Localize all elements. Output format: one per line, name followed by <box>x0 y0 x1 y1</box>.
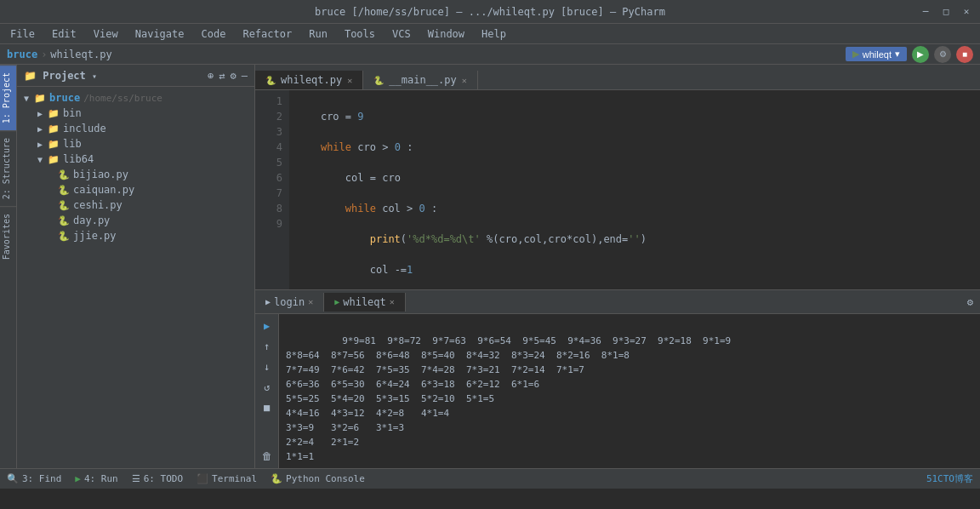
tree-item-include[interactable]: ▶ 📁 include <box>17 121 254 136</box>
minimize-button[interactable]: ─ <box>919 5 932 19</box>
file-icon-caiquan: 🐍 <box>58 185 70 196</box>
tree-item-day[interactable]: 🐍 day.py <box>17 213 254 228</box>
clear-output-button[interactable]: 🗑 <box>259 448 276 465</box>
run-tab-label-login: login <box>274 296 305 308</box>
window-title: bruce [/home/ss/bruce] – .../whileqt.py … <box>315 6 665 18</box>
bottom-todo[interactable]: ☰ 6: TODO <box>132 473 183 484</box>
run-icon-login: ▶ <box>265 297 271 306</box>
run-button[interactable]: ▶ <box>912 46 929 63</box>
window-controls: ─ □ ✕ <box>919 5 973 19</box>
line-num-8: 8 <box>255 201 282 216</box>
run-icon: ▶ <box>75 473 81 484</box>
maximize-button[interactable]: □ <box>939 5 953 19</box>
close-run-tab-whileqt[interactable]: ✕ <box>390 297 395 306</box>
menu-window[interactable]: Window <box>421 26 471 42</box>
tree-root-name: bruce <box>49 92 80 104</box>
code-line-1: cro = 9 <box>296 109 973 124</box>
project-title: 📁 Project ▾ <box>24 70 204 82</box>
tree-item-lib64[interactable]: ▼ 📁 lib64 <box>17 152 254 167</box>
settings-icon[interactable]: ⚙ <box>231 70 236 82</box>
chevron-down-icon: ▾ <box>895 49 900 60</box>
line-num-3: 3 <box>255 124 282 140</box>
editor-tab-whileqt[interactable]: 🐍 whileqt.py ✕ <box>255 71 363 89</box>
run-tab-whileqt[interactable]: ▶ whileqt ✕ <box>324 293 406 312</box>
project-toolbar-icons: ⊕ ⇄ ⚙ — <box>208 70 248 82</box>
tree-label-ceshi: ceshi.py <box>73 199 122 211</box>
stop-button[interactable]: ■ <box>956 46 973 63</box>
tree-item-root[interactable]: ▼ 📁 bruce /home/ss/bruce <box>17 90 254 106</box>
menu-code[interactable]: Code <box>195 26 233 42</box>
tree-item-caiquan[interactable]: 🐍 caiquan.py <box>17 182 254 197</box>
file-icon-ceshi: 🐍 <box>58 200 70 211</box>
menu-refactor[interactable]: Refactor <box>236 26 299 42</box>
menu-file[interactable]: File <box>3 26 42 42</box>
menu-edit[interactable]: Edit <box>45 26 83 42</box>
run-config-dropdown[interactable]: ▶ whileqt ▾ <box>846 47 907 61</box>
tree-label-jjie: jjie.py <box>73 230 117 242</box>
menu-vcs[interactable]: VCS <box>385 26 418 42</box>
bottom-python-console[interactable]: 🐍 Python Console <box>271 473 365 484</box>
code-content[interactable]: cro = 9 while cro > 0 : col = cro while … <box>289 90 980 289</box>
run-tab-login[interactable]: ▶ login ✕ <box>255 293 324 312</box>
tree-label-bin: bin <box>63 107 82 119</box>
bottom-brand-text: 51CTO博客 <box>926 472 973 485</box>
scroll-down-button[interactable]: ↓ <box>259 358 276 375</box>
close-tab-whileqt[interactable]: ✕ <box>347 76 352 85</box>
bottom-find[interactable]: 🔍 3: Find <box>7 473 61 484</box>
menu-tools[interactable]: Tools <box>338 26 382 42</box>
tree-item-ceshi[interactable]: 🐍 ceshi.py <box>17 197 254 213</box>
project-header: 📁 Project ▾ ⊕ ⇄ ⚙ — <box>17 65 254 87</box>
menu-navigate[interactable]: Navigate <box>128 26 191 42</box>
run-toolbar: ▶ ↑ ↓ ↺ ■ 🗑 <box>255 314 279 468</box>
run-config-icon: ▶ <box>852 49 859 60</box>
close-run-tab-login[interactable]: ✕ <box>308 297 313 306</box>
editor-tab-main[interactable]: 🐍 __main__.py ✕ <box>363 71 478 89</box>
breadcrumb-file[interactable]: whileqt.py <box>50 49 111 60</box>
tree-item-bijiao[interactable]: 🐍 bijiao.py <box>17 167 254 182</box>
sync-icon[interactable]: ⇄ <box>219 70 225 82</box>
bottom-todo-label: 6: TODO <box>144 473 183 484</box>
bottom-terminal-label: Terminal <box>212 473 257 484</box>
close-button[interactable]: ✕ <box>960 5 973 19</box>
folder-icon-include: 📁 <box>48 123 60 134</box>
breadcrumb-bruce[interactable]: bruce <box>7 49 37 60</box>
editor-tab-label-main: __main__.py <box>389 74 456 86</box>
side-tab-structure[interactable]: 2: Structure <box>0 130 16 206</box>
bottom-python-label: Python Console <box>286 473 365 484</box>
menu-view[interactable]: View <box>87 26 125 42</box>
tree-item-bin[interactable]: ▶ 📁 bin <box>17 106 254 121</box>
rerun-button[interactable]: ↺ <box>259 379 276 396</box>
scroll-up-button[interactable]: ↑ <box>259 338 276 355</box>
bottom-terminal[interactable]: ⬛ Terminal <box>197 473 257 484</box>
debug-button[interactable]: ⚙ <box>934 46 951 63</box>
editor-tabs: 🐍 whileqt.py ✕ 🐍 __main__.py ✕ <box>255 65 980 90</box>
file-icon-jjie: 🐍 <box>58 231 70 242</box>
add-icon[interactable]: ⊕ <box>208 70 214 82</box>
tree-label-bijiao: bijiao.py <box>73 169 128 180</box>
expand-arrow: ▼ <box>24 94 29 103</box>
hide-panel-icon[interactable]: — <box>242 70 248 82</box>
find-icon: 🔍 <box>7 473 19 484</box>
line-num-9: 9 <box>255 216 282 232</box>
todo-icon: ☰ <box>132 473 140 484</box>
menu-help[interactable]: Help <box>475 26 513 42</box>
tree-item-lib[interactable]: ▶ 📁 lib <box>17 136 254 152</box>
code-editor: 1 2 3 4 5 6 7 8 9 cro = 9 while cro > 0 … <box>255 90 980 289</box>
run-content: ▶ ↑ ↓ ↺ ■ 🗑 9*9=81 9*8=72 9*7=63 9*6=54 … <box>255 314 980 468</box>
menu-run[interactable]: Run <box>302 26 334 42</box>
file-icon-day: 🐍 <box>58 215 70 226</box>
stop-run-button[interactable]: ■ <box>259 399 276 416</box>
side-panel-tabs: 1: Project 2: Structure Favorites <box>0 65 17 468</box>
run-again-button[interactable]: ▶ <box>259 317 276 335</box>
side-tab-project[interactable]: 1: Project <box>0 65 16 130</box>
tree-item-jjie[interactable]: 🐍 jjie.py <box>17 228 254 243</box>
side-tab-favorites[interactable]: Favorites <box>0 206 16 266</box>
bottom-run[interactable]: ▶ 4: Run <box>75 473 117 484</box>
run-panel-settings-icon[interactable]: ⚙ <box>967 296 973 308</box>
expand-arrow-lib64: ▼ <box>37 155 43 164</box>
close-tab-main[interactable]: ✕ <box>462 76 467 85</box>
project-icon: 📁 <box>24 70 37 82</box>
folder-icon: 📁 <box>34 93 46 104</box>
line-num-2: 2 <box>255 109 282 124</box>
title-bar: bruce [/home/ss/bruce] – .../whileqt.py … <box>0 0 980 24</box>
